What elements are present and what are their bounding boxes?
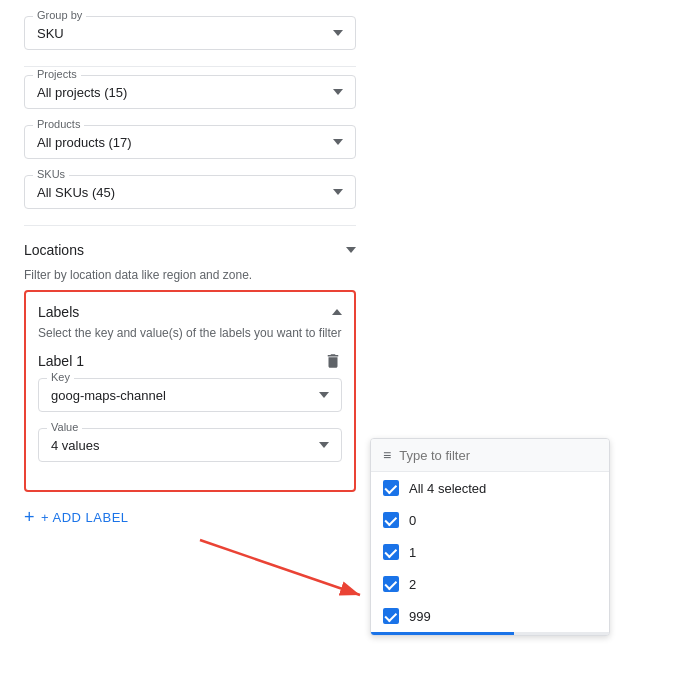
dropdown-item-label-1: 1 [409,545,416,560]
label-1-value-value: 4 values [51,438,99,453]
scrollbar [371,632,609,635]
products-section: Products All products (17) [24,125,356,159]
divider-1 [24,66,356,67]
label-1-header: Label 1 [38,352,342,370]
label-1-value-group: Value 4 values [38,428,342,462]
chevron-down-icon [333,30,343,36]
group-by-label: Group by [33,9,86,21]
checkbox-2[interactable] [383,576,399,592]
plus-icon: + [24,508,35,526]
dropdown-item-0[interactable]: 0 [371,504,609,536]
products-select[interactable]: Products All products (17) [24,125,356,159]
label-1-title: Label 1 [38,353,84,369]
dropdown-filter-row: ≡ [371,439,609,472]
products-label: Products [33,118,84,130]
divider-2 [24,225,356,226]
dropdown-popup: ≡ All 4 selected 0 1 2 999 [370,438,610,636]
label-1-value-label: Value [47,421,82,433]
label-1-key-group: Key goog-maps-channel [38,378,342,412]
group-by-select[interactable]: Group by SKU [24,16,356,50]
add-label-label: + ADD LABEL [41,510,129,525]
locations-section: Locations Filter by location data like r… [24,234,356,282]
checkbox-999[interactable] [383,608,399,624]
labels-header[interactable]: Labels [38,304,342,320]
locations-subtitle: Filter by location data like region and … [24,268,356,282]
labels-title: Labels [38,304,79,320]
dropdown-item-all[interactable]: All 4 selected [371,472,609,504]
dropdown-item-999[interactable]: 999 [371,600,609,632]
filter-icon: ≡ [383,447,391,463]
products-value: All products (17) [37,135,132,150]
projects-section: Projects All projects (15) [24,75,356,109]
chevron-up-icon [332,309,342,315]
group-by-section: Group by SKU [24,16,356,50]
scrollbar-thumb [371,632,514,635]
label-1-value-select[interactable]: Value 4 values [38,428,342,462]
skus-section: SKUs All SKUs (45) [24,175,356,209]
dropdown-item-label-2: 2 [409,577,416,592]
add-label-button[interactable]: + + ADD LABEL [24,504,129,530]
chevron-down-icon [319,392,329,398]
projects-value: All projects (15) [37,85,127,100]
dropdown-item-label-999: 999 [409,609,431,624]
label-1-key-label: Key [47,371,74,383]
label-1-section: Label 1 Key goog-maps-channel Value 4 va… [38,352,342,462]
labels-section: Labels Select the key and value(s) of th… [24,290,356,492]
svg-line-1 [200,540,360,595]
projects-select[interactable]: Projects All projects (15) [24,75,356,109]
checkbox-all[interactable] [383,480,399,496]
label-1-key-value: goog-maps-channel [51,388,166,403]
dropdown-item-1[interactable]: 1 [371,536,609,568]
chevron-down-icon [333,89,343,95]
dropdown-item-2[interactable]: 2 [371,568,609,600]
skus-label: SKUs [33,168,69,180]
skus-value: All SKUs (45) [37,185,115,200]
checkbox-1[interactable] [383,544,399,560]
locations-title: Locations [24,242,84,258]
dropdown-item-label-0: 0 [409,513,416,528]
chevron-down-icon [333,189,343,195]
dropdown-filter-input[interactable] [399,448,597,463]
labels-subtitle: Select the key and value(s) of the label… [38,326,342,340]
dropdown-item-label-all: All 4 selected [409,481,486,496]
delete-label-icon[interactable] [324,352,342,370]
skus-select[interactable]: SKUs All SKUs (45) [24,175,356,209]
chevron-down-icon [333,139,343,145]
projects-label: Projects [33,68,81,80]
chevron-down-icon [346,247,356,253]
label-1-key-select[interactable]: Key goog-maps-channel [38,378,342,412]
chevron-down-icon [319,442,329,448]
locations-header[interactable]: Locations [24,234,356,266]
group-by-value: SKU [37,26,64,41]
checkbox-0[interactable] [383,512,399,528]
